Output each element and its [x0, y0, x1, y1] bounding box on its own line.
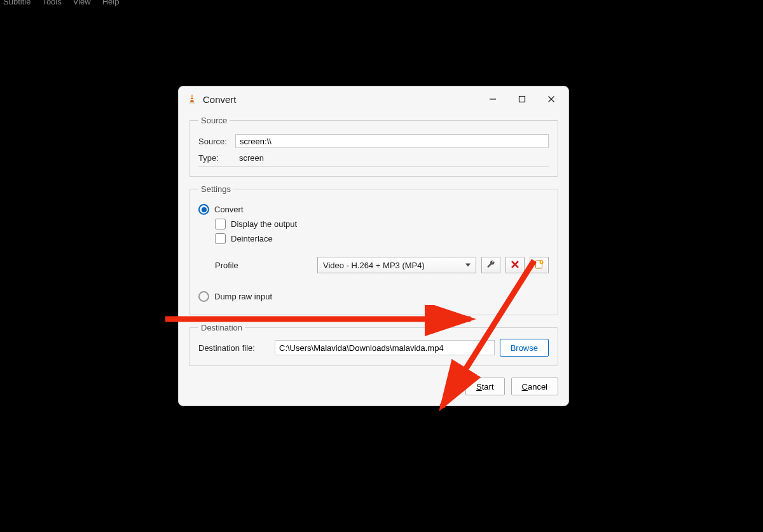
profile-label: Profile — [215, 261, 278, 270]
source-input[interactable] — [235, 134, 549, 148]
new-profile-button[interactable] — [530, 257, 549, 273]
svg-rect-1 — [191, 97, 193, 98]
wrench-icon — [486, 259, 496, 271]
svg-rect-2 — [191, 99, 194, 100]
menu-help[interactable]: Help — [102, 0, 120, 6]
profile-select[interactable]: Video - H.264 + MP3 (MP4) — [317, 257, 476, 273]
display-output-checkbox-input[interactable] — [215, 219, 226, 229]
settings-group: Settings Convert Display the output Dein… — [189, 184, 558, 315]
dump-radio[interactable]: Dump raw input — [198, 291, 549, 302]
profile-value: Video - H.264 + MP3 (MP4) — [323, 261, 425, 270]
type-label: Type: — [198, 153, 235, 163]
dump-radio-input[interactable] — [198, 291, 209, 302]
start-button[interactable]: Start — [465, 378, 504, 395]
display-output-checkbox[interactable]: Display the output — [215, 219, 549, 229]
source-label: Source: — [198, 137, 235, 146]
menu-view[interactable]: View — [73, 0, 91, 6]
convert-radio-label: Convert — [214, 205, 244, 214]
minimize-button[interactable] — [478, 89, 507, 109]
delete-profile-button[interactable] — [505, 257, 525, 273]
source-group: Source Source: Type: screen — [189, 116, 558, 177]
dialog-footer: Start Cancel — [189, 374, 558, 397]
new-profile-icon — [534, 259, 544, 271]
destination-group: Destination Destination file: Browse — [189, 323, 558, 366]
settings-legend: Settings — [198, 184, 233, 194]
dump-radio-label: Dump raw input — [214, 292, 272, 301]
close-button[interactable] — [537, 89, 566, 109]
svg-rect-4 — [519, 97, 525, 102]
deinterlace-label: Deinterlace — [231, 234, 273, 243]
menu-tools[interactable]: Tools — [42, 0, 61, 6]
source-legend: Source — [198, 116, 230, 125]
destination-file-input[interactable] — [275, 340, 495, 355]
destination-legend: Destination — [198, 323, 245, 332]
menubar: Subtitle Tools View Help — [3, 0, 119, 6]
display-output-label: Display the output — [231, 219, 297, 229]
type-value: screen — [235, 153, 264, 163]
convert-radio-input[interactable] — [198, 204, 209, 215]
maximize-button[interactable] — [507, 89, 537, 109]
browse-button[interactable]: Browse — [500, 339, 549, 357]
convert-radio[interactable]: Convert — [198, 204, 549, 215]
deinterlace-checkbox[interactable]: Deinterlace — [215, 233, 549, 244]
deinterlace-checkbox-input[interactable] — [215, 233, 226, 244]
menu-subtitle[interactable]: Subtitle — [3, 0, 31, 6]
cancel-button[interactable]: Cancel — [511, 378, 558, 395]
titlebar: Convert — [179, 86, 568, 112]
convert-dialog: Convert Source Source: Type: screen Sett… — [178, 86, 569, 406]
vlc-cone-icon — [186, 93, 198, 105]
x-icon — [510, 259, 520, 271]
edit-profile-button[interactable] — [481, 257, 500, 273]
dialog-title: Convert — [203, 94, 478, 105]
svg-rect-0 — [189, 102, 195, 104]
destination-file-label: Destination file: — [198, 343, 270, 353]
